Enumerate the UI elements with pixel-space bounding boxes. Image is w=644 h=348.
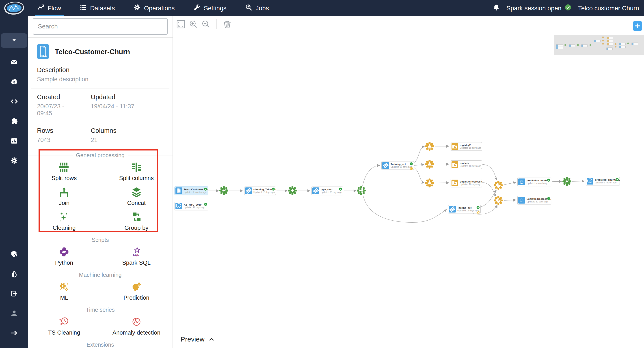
notifications-bell-icon[interactable] <box>493 4 500 12</box>
join-icon <box>59 187 69 198</box>
flow-node-logreg2[interactable]: Logistic Regressio... Updated 20 days ag… <box>518 196 551 204</box>
nav-tab-flow[interactable]: Flow <box>28 0 70 16</box>
project-name[interactable]: Telco customer Churn <box>578 5 639 12</box>
operation-gear-flask[interactable] <box>424 141 435 151</box>
nav-tab-operations[interactable]: Operations <box>124 0 184 16</box>
rail-item-exit[interactable] <box>0 284 28 304</box>
edge-g3-training <box>362 165 380 186</box>
operation-item-ts-cleaning[interactable]: TS Cleaning <box>28 313 100 338</box>
operation-gear-head[interactable] <box>493 180 504 190</box>
gear-badge-icon <box>410 167 413 171</box>
rail-item-cloud-upload[interactable] <box>0 72 28 92</box>
node-updated: Updated 18 days ago <box>254 191 271 193</box>
node-title: Training_set <box>390 163 409 165</box>
operation-item-group-by[interactable]: Group by <box>100 208 173 233</box>
rail-item-collapse-chevron[interactable] <box>1 33 27 48</box>
edge-g8-logreg2 <box>504 200 516 200</box>
dataset-title: Telco-Customer-Churn <box>55 48 130 56</box>
flow-node-typecast[interactable]: type_cast Updated 25 days ago <box>312 187 343 195</box>
flow-node-training[interactable]: Training_set Updated 18 days ago <box>382 161 414 170</box>
flow-node-logreg[interactable]: Logistic Regression Updated 20 days ago <box>450 179 482 187</box>
delete-button[interactable] <box>222 19 232 29</box>
operation-item-cleaning[interactable]: Cleaning <box>28 208 100 233</box>
operation-gear-sparkle[interactable] <box>287 185 298 196</box>
zoom-in-button[interactable] <box>188 19 198 29</box>
node-title: registry2 <box>460 144 477 146</box>
check-badge-icon <box>204 203 207 207</box>
minimap-node <box>569 44 575 47</box>
node-title: predicted_churns_w... <box>595 178 615 181</box>
flow-node-cleaning1[interactable]: cleaning_Telco-Cus... Updated 18 days ag… <box>244 187 276 195</box>
datasets-icon <box>80 4 86 12</box>
app-logo[interactable] <box>0 0 28 16</box>
code-icon <box>10 98 18 106</box>
operation-gear-flask[interactable] <box>424 159 435 169</box>
add-dataset-button[interactable]: + <box>633 21 642 31</box>
cloud-upload-icon <box>10 78 18 86</box>
operation-gear-sparkle[interactable] <box>219 185 229 196</box>
rail-item-bar-chart[interactable] <box>0 131 28 151</box>
flow-node-abnyc[interactable]: AB_NYC_2019 Updated 18 days ago <box>174 202 208 210</box>
minimap-gear <box>590 44 591 46</box>
rail-item-arrow-right[interactable] <box>0 324 28 343</box>
search-input[interactable] <box>33 18 168 35</box>
operation-item-anomaly-detection[interactable]: Anomaly detection <box>100 313 173 338</box>
rail-item-code[interactable] <box>0 92 28 112</box>
rail-item-user[interactable] <box>0 304 28 324</box>
updated-label: Updated <box>82 88 172 101</box>
flow-left-panel: FILE Telco-Customer-Churn Description Sa… <box>28 16 173 348</box>
flow-node-predmodels[interactable]: prediction_models_1 Updated a month ago <box>518 178 551 186</box>
rail-item-inbox[interactable] <box>0 53 28 72</box>
node-updated: Updated 18 days ago <box>460 165 477 167</box>
left-icon-rail <box>0 16 28 348</box>
dataset-icon <box>382 162 389 169</box>
operation-item-prediction[interactable]: Prediction <box>100 278 173 303</box>
operation-item-split-rows[interactable]: Split rows <box>28 159 100 183</box>
flow-node-telco[interactable]: FILE Telco-Customer-Churn Updated 2 mont… <box>174 187 208 195</box>
rail-item-contrast-drop[interactable] <box>0 265 28 284</box>
operation-gear-split[interactable] <box>356 185 366 196</box>
chevron-up-icon <box>208 337 214 341</box>
operation-item-join[interactable]: Join <box>28 183 100 208</box>
operation-item-concat[interactable]: Concat <box>100 183 173 208</box>
operation-gear-head[interactable] <box>493 195 504 206</box>
operation-gear-sparkle[interactable] <box>562 176 572 187</box>
group-by-icon <box>131 212 142 223</box>
operation-item-ml[interactable]: ML <box>28 278 100 303</box>
created-value: 20/07/23 - 09:45 <box>28 101 82 122</box>
check-badge-icon <box>547 178 550 183</box>
svg-text:FILE: FILE <box>40 54 46 57</box>
operation-gear-flask[interactable] <box>424 178 435 188</box>
spark-sql-icon: SQL <box>131 247 142 258</box>
nav-tab-settings[interactable]: Settings <box>184 0 236 16</box>
check-badge-icon <box>616 178 619 182</box>
nav-tab-jobs[interactable]: Jobs <box>236 0 278 16</box>
flow-node-predicted[interactable]: predicted_churns_w... Updated a month ag… <box>586 177 620 185</box>
fit-view-button[interactable] <box>176 19 186 29</box>
preview-toggle[interactable]: Preview <box>173 330 222 348</box>
flow-node-models[interactable]: models Updated 18 days ago <box>450 160 482 169</box>
file-icon: FILE <box>176 187 182 194</box>
flow-canvas[interactable]: + FILE Telco-Customer-Churn Updated 2 mo… <box>173 16 644 348</box>
rail-item-admin-shield[interactable] <box>0 245 28 265</box>
operation-item-spark-sql[interactable]: SQL Spark SQL <box>100 243 173 268</box>
description-value: Sample description <box>28 74 172 88</box>
operation-item-python[interactable]: Python <box>28 243 100 268</box>
minimap-gear <box>602 40 604 41</box>
split-columns-icon <box>131 162 142 173</box>
nav-tab-datasets[interactable]: Datasets <box>70 0 124 16</box>
rail-item-plugin[interactable] <box>0 112 28 131</box>
flow-node-registry2[interactable]: registry2 Updated 18 days ago <box>450 142 482 151</box>
flow-node-testing[interactable]: Testing_set Updated 19 days ago <box>448 205 481 213</box>
operation-item-split-columns[interactable]: Split columns <box>100 159 173 183</box>
split-rows-icon <box>59 162 69 173</box>
updated-value: 19/04/24 - 11:37 <box>82 101 172 115</box>
minimap-node <box>619 43 626 45</box>
model-icon <box>452 143 458 150</box>
minimap[interactable] <box>554 35 644 55</box>
node-updated: Updated 20 days ago <box>526 200 546 203</box>
rail-item-gear[interactable] <box>0 151 28 171</box>
dataset-icon <box>312 187 319 194</box>
zoom-out-button[interactable] <box>201 19 211 29</box>
edge-predmodels-g9 <box>552 181 562 182</box>
